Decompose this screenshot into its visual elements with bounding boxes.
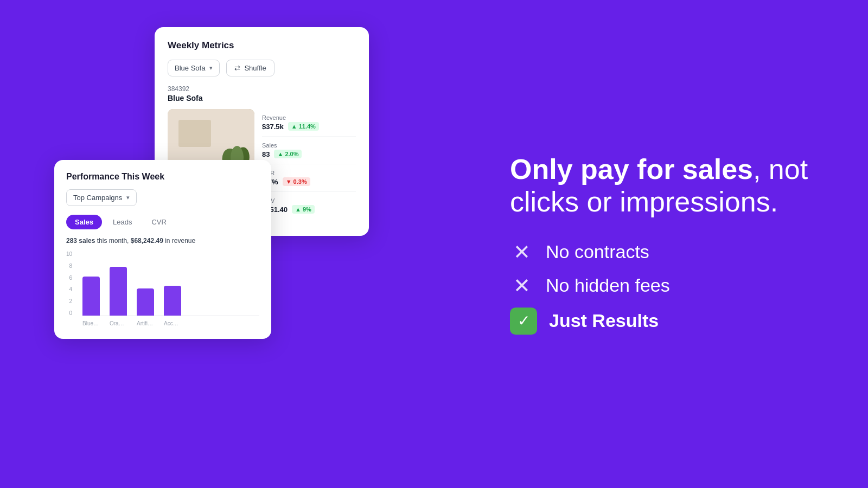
stats-suffix: in revenue [163, 237, 195, 245]
checklist-text-3: Just Results [549, 310, 659, 331]
bar-group-3 [137, 288, 154, 316]
metric-change-sales: ▲ 2.0% [274, 150, 302, 158]
checkmark-box: ✓ [510, 307, 537, 335]
bar-group-4 [164, 286, 181, 316]
card-controls: Blue Sofa ▾ ⇄ Shuffle [168, 60, 356, 76]
metric-change-cvr: ▼ 0.3% [283, 177, 310, 186]
stats-sales-count: 283 sales [66, 237, 95, 245]
metric-label-cvr: CVR [262, 170, 356, 176]
chart-area: 10 8 6 4 2 0 [66, 251, 259, 327]
metric-values-revenue: $37.5k ▲ 11.4% [262, 122, 356, 131]
x-labels: Blue Sofa Orange... Artificial... Accent… [82, 318, 259, 326]
y-label-6: 6 [69, 275, 75, 281]
metric-row-cvr: CVR 3.7% ▼ 0.3% [262, 164, 356, 192]
shuffle-button[interactable]: ⇄ Shuffle [226, 60, 274, 76]
metric-row-sales: Sales 83 ▲ 2.0% [262, 137, 356, 164]
bar-label-2: Orange... [110, 320, 127, 326]
y-axis: 10 8 6 4 2 0 [66, 251, 74, 316]
svg-rect-3 [178, 120, 211, 147]
bar-label-1: Blue Sofa [82, 320, 100, 326]
performance-card: Performance This Week Top Campaigns ▾ Sa… [54, 160, 271, 339]
metric-change-aov: ▲ 9% [292, 205, 315, 214]
shuffle-icon: ⇄ [234, 64, 240, 72]
tabs-row: Sales Leads CVR [66, 215, 259, 229]
checklist-item-3: ✓ Just Results [510, 307, 825, 335]
checklist-item-2: ✕ No hidden fees [510, 274, 825, 298]
chevron-down-icon-2: ▾ [126, 194, 130, 201]
y-label-4: 4 [69, 286, 75, 292]
y-label-0: 0 [69, 310, 75, 316]
bar-label-4: Accent... [164, 320, 181, 326]
metric-label-revenue: Revenue [262, 114, 356, 121]
x-icon-1: ✕ [510, 240, 534, 264]
shuffle-label: Shuffle [244, 64, 266, 72]
checklist-text-2: No hidden fees [546, 275, 670, 296]
bar-blue-sofa [82, 277, 100, 316]
metric-value-revenue: $37.5k [262, 123, 284, 131]
metric-label-sales: Sales [262, 142, 356, 149]
chevron-down-icon: ▾ [209, 65, 213, 72]
metric-change-revenue: ▲ 11.4% [288, 122, 319, 131]
y-label-2: 2 [69, 298, 75, 304]
bar-label-3: Artificial... [137, 320, 154, 326]
headline: Only pay for sales, not clicks or impres… [510, 153, 825, 219]
checklist: ✕ No contracts ✕ No hidden fees ✓ Just R… [510, 240, 825, 335]
bar-group-2 [110, 267, 127, 316]
tab-leads[interactable]: Leads [104, 215, 141, 229]
right-panel: Only pay for sales, not clicks or impres… [510, 153, 825, 335]
product-name-label: Blue Sofa [168, 94, 356, 102]
weekly-metrics-title: Weekly Metrics [168, 40, 356, 51]
bar-orange [110, 267, 127, 316]
checkmark-icon: ✓ [518, 312, 530, 330]
perf-dropdown-container: Top Campaigns ▾ [66, 189, 259, 206]
tab-cvr[interactable]: CVR [143, 215, 175, 229]
bar-group-1 [82, 277, 100, 316]
y-label-8: 8 [69, 263, 75, 269]
stats-revenue: $68,242.49 [131, 237, 163, 245]
product-dropdown-label: Blue Sofa [175, 64, 205, 72]
stats-middle: this month, [95, 237, 130, 245]
metric-values-cvr: 3.7% ▼ 0.3% [262, 177, 356, 186]
product-dropdown[interactable]: Blue Sofa ▾ [168, 60, 220, 76]
metric-row-revenue: Revenue $37.5k ▲ 11.4% [262, 109, 356, 137]
metric-values-sales: 83 ▲ 2.0% [262, 150, 356, 158]
tab-sales[interactable]: Sales [66, 215, 102, 229]
metric-row-aov: AOV $451.40 ▲ 9% [262, 192, 356, 219]
bars-container [82, 251, 259, 316]
headline-bold: Only pay for sales [510, 153, 753, 185]
checklist-text-1: No contracts [546, 241, 649, 262]
metric-values-aov: $451.40 ▲ 9% [262, 205, 356, 214]
metric-label-aov: AOV [262, 197, 356, 204]
bar-accent [164, 286, 181, 316]
performance-title: Performance This Week [66, 172, 259, 182]
campaigns-dropdown-label: Top Campaigns [73, 194, 122, 202]
checklist-item-1: ✕ No contracts [510, 240, 825, 264]
y-label-10: 10 [66, 251, 74, 257]
campaigns-dropdown[interactable]: Top Campaigns ▾ [66, 189, 137, 206]
product-id: 384392 [168, 85, 356, 93]
x-icon-2: ✕ [510, 274, 534, 298]
stats-text: 283 sales this month, $68,242.49 in reve… [66, 237, 259, 245]
bar-artificial [137, 288, 154, 316]
metric-value-sales: 83 [262, 150, 270, 158]
